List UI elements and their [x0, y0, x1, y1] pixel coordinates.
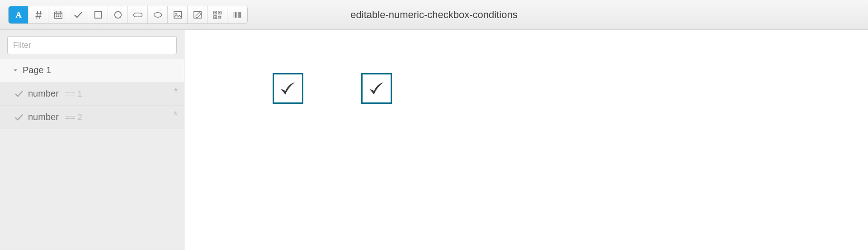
checkmark-icon [366, 78, 387, 99]
page-label: Page 1 [23, 65, 51, 75]
svg-rect-23 [214, 16, 216, 18]
svg-rect-15 [174, 11, 181, 18]
hash-tool-button[interactable] [28, 6, 48, 23]
check-icon [14, 88, 24, 99]
barcode-tool-button[interactable] [227, 6, 247, 23]
svg-point-16 [175, 13, 176, 14]
caret-down-icon [11, 66, 20, 75]
checkmark-icon [278, 78, 298, 99]
tree-item-condition: == 2 [65, 112, 82, 122]
checkbox-widget[interactable] [361, 73, 392, 104]
page-title: editable-numeric-checkbox-conditions [350, 9, 517, 21]
check-icon [14, 112, 24, 123]
svg-rect-29 [235, 12, 236, 18]
calendar-icon [53, 10, 63, 20]
signature-tool-button[interactable] [188, 6, 208, 23]
sidebar: Page 1 number == 1 * number == 2 * [0, 30, 184, 250]
circle-icon [113, 10, 123, 20]
check-icon [73, 10, 83, 20]
svg-point-14 [154, 12, 161, 17]
svg-rect-33 [240, 12, 241, 18]
svg-rect-13 [133, 13, 142, 17]
svg-rect-32 [239, 12, 240, 18]
circle-tool-button[interactable] [108, 6, 128, 23]
calendar-tool-button[interactable] [48, 6, 68, 23]
checkbox-widget[interactable] [273, 73, 303, 104]
image-icon [173, 10, 183, 20]
tree-item-label: number [28, 112, 59, 122]
qrcode-icon [212, 10, 222, 20]
filter-wrap [0, 30, 184, 59]
ellipse-tool-button[interactable] [148, 6, 168, 23]
svg-point-12 [114, 11, 121, 18]
canvas[interactable] [184, 30, 868, 250]
rounded-rect-icon [132, 10, 143, 20]
toolbar: A [8, 6, 248, 24]
svg-rect-22 [219, 12, 220, 13]
svg-rect-31 [238, 12, 239, 18]
tree-item-condition: == 1 [65, 89, 82, 99]
signature-icon [193, 10, 203, 20]
svg-rect-27 [220, 17, 221, 19]
square-icon [93, 10, 103, 20]
hash-icon [33, 10, 43, 20]
tree: Page 1 number == 1 * number == 2 * [0, 59, 184, 129]
svg-rect-10 [59, 16, 61, 17]
svg-rect-6 [57, 14, 59, 15]
asterisk-icon: * [174, 86, 178, 97]
svg-rect-11 [94, 11, 101, 18]
filter-input[interactable] [7, 36, 177, 54]
main-body: Page 1 number == 1 * number == 2 * [0, 30, 868, 250]
svg-rect-21 [214, 12, 216, 13]
qrcode-tool-button[interactable] [208, 6, 227, 23]
barcode-icon [232, 10, 242, 20]
text-tool-button[interactable]: A [9, 6, 28, 23]
square-tool-button[interactable] [88, 6, 108, 23]
svg-rect-28 [234, 12, 234, 18]
svg-rect-24 [218, 15, 219, 17]
svg-rect-7 [59, 14, 61, 15]
svg-text:A: A [15, 10, 22, 19]
check-tool-button[interactable] [68, 6, 88, 23]
topbar: A [0, 0, 868, 30]
image-tool-button[interactable] [168, 6, 188, 23]
tree-item[interactable]: number == 2 * [0, 106, 184, 129]
svg-rect-9 [57, 16, 59, 17]
rounded-rect-tool-button[interactable] [128, 6, 148, 23]
svg-rect-30 [236, 12, 237, 18]
svg-rect-8 [56, 16, 57, 17]
ellipse-icon [152, 10, 163, 20]
asterisk-icon: * [174, 109, 178, 121]
tree-item[interactable]: number == 1 * [0, 82, 184, 106]
svg-rect-26 [218, 17, 219, 19]
tree-page-row[interactable]: Page 1 [0, 59, 184, 82]
svg-rect-5 [56, 14, 57, 15]
text-icon: A [14, 10, 24, 20]
svg-rect-25 [220, 15, 221, 17]
tree-item-label: number [28, 88, 59, 99]
